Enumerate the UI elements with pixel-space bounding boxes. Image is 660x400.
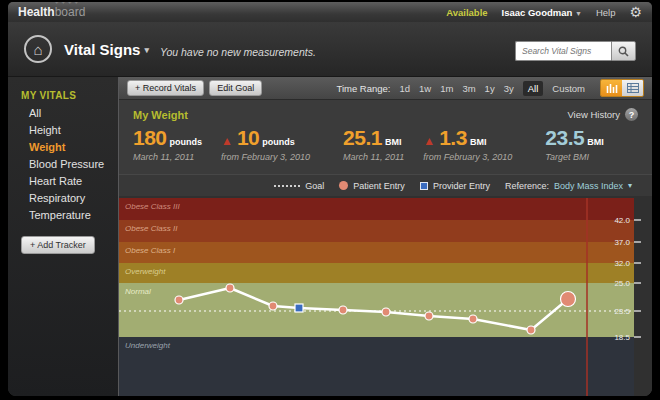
app-logo: Healthboard++++ (18, 5, 85, 19)
stat-unit: BMI (470, 137, 487, 147)
stat-march-11-2011: 25.1BMIMarch 11, 2011 (343, 126, 404, 162)
add-tracker-button[interactable]: + Add Tracker (21, 236, 95, 254)
home-icon: ⌂ (33, 42, 42, 57)
stat-value: 25.1 (343, 126, 382, 150)
sidebar: MY VITALS AllHeightWeightBlood PressureH… (8, 77, 118, 396)
time-range-3m[interactable]: 3m (462, 83, 475, 94)
view-toggle (600, 79, 644, 97)
bmi-chart-svg: Obese Class IIIObese Class IIObese Class… (119, 196, 652, 396)
chevron-down-icon: ▼ (575, 10, 582, 17)
sidebar-item-blood-pressure[interactable]: Blood Pressure (8, 156, 118, 173)
time-range-custom[interactable]: Custom (552, 83, 585, 94)
sidebar-item-heart-rate[interactable]: Heart Rate (8, 173, 118, 190)
sidebar-item-height[interactable]: Height (8, 122, 118, 139)
axis-tick-label: 42.0 (614, 216, 630, 225)
search-icon (618, 46, 629, 57)
patient-entry-point[interactable] (527, 326, 535, 334)
patient-entry-point[interactable] (226, 284, 234, 292)
patient-entry-point[interactable] (469, 315, 477, 323)
help-link[interactable]: Help (596, 7, 616, 18)
goal-line-swatch-icon (274, 185, 300, 187)
stat-value: 180 (133, 126, 167, 150)
stat-from-february-3-2010: ▲10poundsfrom February 3, 2010 (221, 126, 310, 162)
chart-view-icon (606, 83, 618, 93)
legend-provider-entry: Provider Entry (420, 181, 490, 191)
stat-unit: pounds (262, 137, 295, 147)
time-range-1w[interactable]: 1w (419, 83, 431, 94)
patient-entry-swatch-icon (339, 181, 348, 190)
patient-entry-point[interactable] (425, 312, 433, 320)
delta-up-icon: ▲ (221, 134, 233, 148)
axis-tick-label: 25.0 (614, 279, 630, 288)
list-view-button[interactable] (622, 80, 643, 96)
stat-caption: from February 3, 2010 (423, 152, 512, 162)
search-input[interactable] (515, 41, 611, 61)
stat-value: 1.3 (439, 126, 467, 150)
sidebar-item-respiratory[interactable]: Respiratory (8, 190, 118, 207)
reference-selector[interactable]: Reference: Body Mass Index ▾ (505, 181, 632, 191)
page-header: ⌂ Vital Signs ▾ You have no new measurem… (8, 22, 652, 77)
stat-value: 23.5 (545, 126, 584, 150)
patient-entry-point[interactable] (175, 296, 183, 304)
logo-marks-icon: ++++ (55, 2, 81, 5)
provider-entry-point[interactable] (295, 304, 303, 312)
stat-target-bmi: 23.5BMITarget BMI (545, 126, 603, 162)
sidebar-item-all[interactable]: All (8, 105, 118, 122)
main-panel: + Record Vitals Edit Goal Time Range: 1d… (118, 77, 652, 396)
search-button[interactable] (611, 41, 636, 61)
band-label: Obese Class II (125, 224, 178, 233)
panel-title: My Weight (133, 109, 188, 121)
time-range-3y[interactable]: 3y (504, 83, 514, 94)
time-range-selector: Time Range: 1d1w1m3m1y3yAllCustom (336, 79, 644, 97)
stat-caption: March 11, 2011 (133, 152, 202, 162)
time-range-all[interactable]: All (523, 81, 544, 96)
stat-caption: Target BMI (545, 152, 603, 162)
time-range-label: Time Range: (336, 83, 390, 94)
logo-light: board (55, 5, 86, 19)
stat-caption: from February 3, 2010 (221, 152, 310, 162)
latest-patient-entry-point[interactable] (561, 292, 576, 307)
chart-view-button[interactable] (601, 80, 622, 96)
time-range-1y[interactable]: 1y (485, 83, 495, 94)
title-caret-icon: ▾ (145, 45, 150, 55)
view-history-link[interactable]: View History ? (567, 108, 638, 121)
page-title[interactable]: Vital Signs ▾ (64, 41, 149, 58)
status-available: Available (446, 7, 487, 18)
axis-tick-label: 23.5 (614, 307, 630, 316)
provider-entry-swatch-icon (420, 182, 428, 190)
help-badge-icon[interactable]: ? (625, 108, 638, 121)
gear-icon[interactable]: ⚙ (629, 5, 642, 19)
chart-legend: Goal Patient Entry Provider Entry Refere… (119, 174, 652, 196)
record-vitals-button[interactable]: + Record Vitals (127, 80, 204, 96)
edit-goal-button[interactable]: Edit Goal (209, 80, 262, 96)
band-obese-class-i (119, 242, 634, 263)
axis-tick-label: 32.0 (614, 259, 630, 268)
patient-entry-point[interactable] (269, 302, 277, 310)
time-range-1d[interactable]: 1d (399, 83, 410, 94)
sidebar-item-weight[interactable]: Weight (8, 139, 118, 156)
user-menu[interactable]: Isaac Goodman ▼ (502, 7, 582, 18)
list-view-icon (627, 83, 639, 93)
legend-goal: Goal (274, 181, 324, 191)
band-obese-class-iii (119, 198, 634, 220)
sidebar-item-temperature[interactable]: Temperature (8, 207, 118, 224)
band-label: Normal (125, 287, 151, 296)
reference-caret-icon: ▾ (628, 181, 632, 190)
axis-tick-label: 18.5 (614, 333, 630, 342)
axis-tick-label: 37.0 (614, 238, 630, 247)
delta-up-icon: ▲ (423, 134, 435, 148)
weight-summary-panel: My Weight View History ? 180poundsMarch … (119, 100, 652, 174)
stat-caption: March 11, 2011 (343, 152, 404, 162)
reference-value[interactable]: Body Mass Index (554, 181, 623, 191)
bmi-chart[interactable]: Obese Class IIIObese Class IIObese Class… (119, 196, 652, 396)
app-window: Healthboard++++ Available Isaac Goodman … (8, 2, 652, 396)
band-label: Obese Class I (125, 246, 176, 255)
patient-entry-point[interactable] (339, 306, 347, 314)
stat-from-february-3-2010: ▲1.3BMIfrom February 3, 2010 (423, 126, 512, 162)
stat-march-11-2011: 180poundsMarch 11, 2011 (133, 126, 202, 162)
patient-entry-point[interactable] (382, 308, 390, 316)
band-overweight (119, 263, 634, 283)
band-underweight (119, 337, 634, 396)
home-button[interactable]: ⌂ (24, 35, 52, 63)
time-range-1m[interactable]: 1m (440, 83, 453, 94)
